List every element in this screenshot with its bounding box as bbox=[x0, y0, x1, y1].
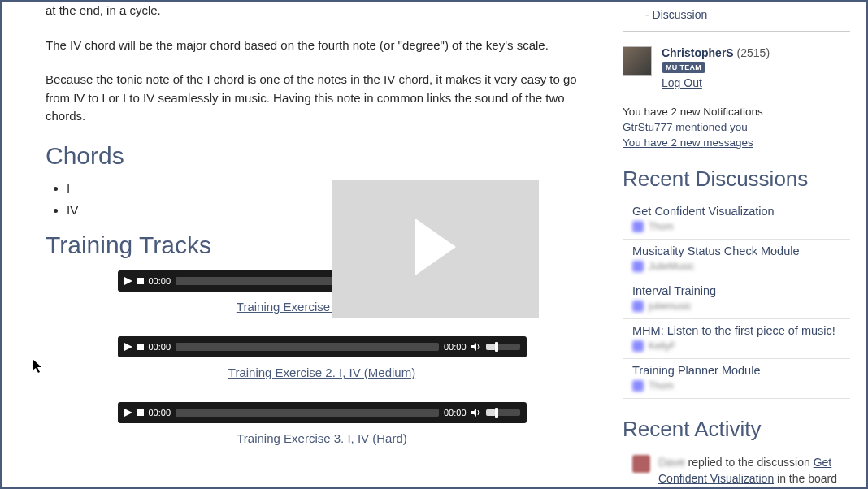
svg-marker-10 bbox=[33, 359, 41, 373]
audio-player[interactable]: 00:00 00:00 bbox=[118, 336, 527, 357]
time-elapsed: 00:00 bbox=[149, 408, 171, 418]
svg-marker-3 bbox=[124, 343, 132, 351]
audio-player[interactable]: 00:00 00:00 bbox=[118, 402, 527, 423]
discussion-item[interactable]: Get Confident Visualization Thom bbox=[623, 200, 850, 240]
svg-marker-8 bbox=[471, 409, 476, 417]
svg-marker-5 bbox=[471, 343, 476, 351]
avatar[interactable] bbox=[623, 46, 652, 76]
notification-messages[interactable]: You have 2 new messages bbox=[623, 136, 753, 149]
volume-icon[interactable] bbox=[471, 343, 481, 351]
discussion-title: Training Planner Module bbox=[632, 364, 850, 377]
time-elapsed: 00:00 bbox=[149, 276, 171, 286]
play-icon[interactable] bbox=[124, 409, 132, 417]
play-icon[interactable] bbox=[124, 343, 132, 351]
paragraph-3: Because the tonic note of the I chord is… bbox=[46, 71, 598, 126]
notification-mention[interactable]: GtrStu777 mentioned you bbox=[623, 121, 748, 133]
activity-text: replied to the discussion bbox=[685, 456, 814, 469]
time-remaining: 00:00 bbox=[444, 342, 467, 352]
discussion-author: Thom bbox=[632, 380, 850, 392]
discussion-title: MHM: Listen to the first piece of music! bbox=[632, 324, 850, 337]
divider bbox=[623, 31, 850, 32]
time-elapsed: 00:00 bbox=[149, 342, 171, 352]
cursor-icon bbox=[33, 359, 44, 377]
recent-activity-heading: Recent Activity bbox=[623, 417, 850, 442]
paragraph-2: The IV chord will be the major chord bas… bbox=[46, 37, 598, 55]
discussion-item[interactable]: MHM: Listen to the first piece of music!… bbox=[623, 319, 850, 359]
seek-bar[interactable] bbox=[176, 409, 439, 417]
svg-marker-9 bbox=[415, 219, 456, 275]
discussion-title: Musicality Status Check Module bbox=[632, 244, 850, 257]
paragraph-1: at the end, in a cycle. bbox=[46, 2, 598, 20]
volume-icon[interactable] bbox=[471, 409, 481, 417]
svg-marker-6 bbox=[124, 409, 132, 417]
volume-bar[interactable] bbox=[486, 409, 520, 416]
svg-marker-0 bbox=[124, 277, 132, 285]
discussion-author: Thom bbox=[632, 221, 850, 232]
video-thumbnail[interactable] bbox=[332, 180, 539, 318]
activity-user: Dave bbox=[658, 456, 685, 469]
user-score: (2515) bbox=[737, 46, 770, 59]
track-link[interactable]: Training Exercise 3. I, IV (Hard) bbox=[46, 431, 598, 445]
discussion-title: Get Confident Visualization bbox=[632, 205, 850, 218]
notifications-summary: You have 2 new Notifications bbox=[623, 106, 850, 118]
user-block: ChristopherS (2515) MU TEAM Log Out bbox=[623, 46, 850, 89]
svg-rect-7 bbox=[137, 409, 144, 416]
stop-icon[interactable] bbox=[137, 344, 144, 350]
discussion-item[interactable]: Interval Training juliemusic bbox=[623, 279, 850, 319]
play-icon[interactable] bbox=[124, 277, 132, 285]
time-remaining: 00:00 bbox=[444, 408, 467, 418]
discussion-author: KellyF bbox=[632, 340, 850, 352]
stop-icon[interactable] bbox=[137, 409, 144, 416]
discussion-item[interactable]: Musicality Status Check Module JulieMusi… bbox=[623, 240, 850, 279]
svg-rect-1 bbox=[137, 278, 144, 284]
discussion-item[interactable]: Training Planner Module Thom bbox=[623, 359, 850, 399]
recent-discussions-heading: Recent Discussions bbox=[623, 167, 850, 192]
main-content: at the end, in a cycle. The IV chord wil… bbox=[2, 2, 623, 487]
chords-heading: Chords bbox=[46, 142, 598, 170]
discussion-author: JulieMusic bbox=[632, 261, 850, 272]
team-badge: MU TEAM bbox=[662, 62, 705, 73]
sidebar: Discussion ChristopherS (2515) MU TEAM L… bbox=[623, 2, 866, 487]
play-icon[interactable] bbox=[411, 219, 460, 279]
logout-link[interactable]: Log Out bbox=[662, 76, 770, 89]
nav-label: Discussion bbox=[653, 8, 708, 21]
seek-bar[interactable] bbox=[176, 343, 439, 351]
svg-rect-4 bbox=[137, 344, 144, 350]
volume-bar[interactable] bbox=[486, 344, 520, 350]
sidebar-item-discussion[interactable]: Discussion bbox=[645, 8, 850, 21]
avatar bbox=[632, 455, 650, 473]
discussion-title: Interval Training bbox=[632, 284, 850, 297]
discussion-author: juliemusic bbox=[632, 301, 850, 312]
activity-item[interactable]: Dave replied to the discussion Get Confi… bbox=[623, 450, 850, 489]
stop-icon[interactable] bbox=[137, 278, 144, 284]
activity-text: in the board bbox=[774, 472, 837, 485]
track-link[interactable]: Training Exercise 2. I, IV (Medium) bbox=[46, 366, 598, 379]
user-name[interactable]: ChristopherS bbox=[662, 46, 734, 59]
